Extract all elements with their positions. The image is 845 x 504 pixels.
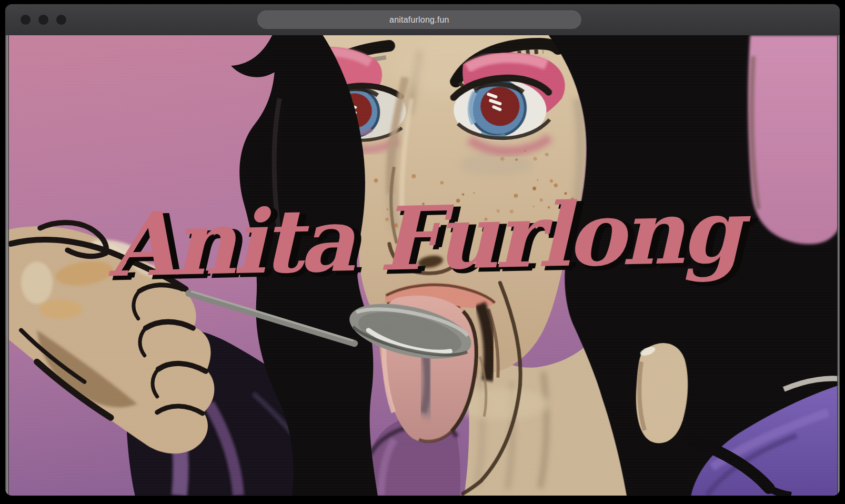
window-control-dot[interactable]	[38, 15, 48, 25]
url-bar[interactable]: anitafurlong.fun	[257, 11, 581, 29]
screen: anitafurlong.fun	[0, 0, 845, 504]
window-control-dot[interactable]	[56, 15, 66, 25]
window-left-bezel	[5, 35, 9, 496]
window-control-dot[interactable]	[21, 15, 31, 25]
browser-window: anitafurlong.fun	[5, 4, 840, 496]
window-controls	[21, 15, 66, 25]
page-content: Anita Furlong	[5, 35, 840, 496]
browser-titlebar[interactable]: anitafurlong.fun	[5, 4, 840, 36]
window-right-bezel	[837, 35, 840, 496]
url-text: anitafurlong.fun	[389, 15, 449, 25]
site-title: Anita Furlong	[107, 179, 739, 296]
